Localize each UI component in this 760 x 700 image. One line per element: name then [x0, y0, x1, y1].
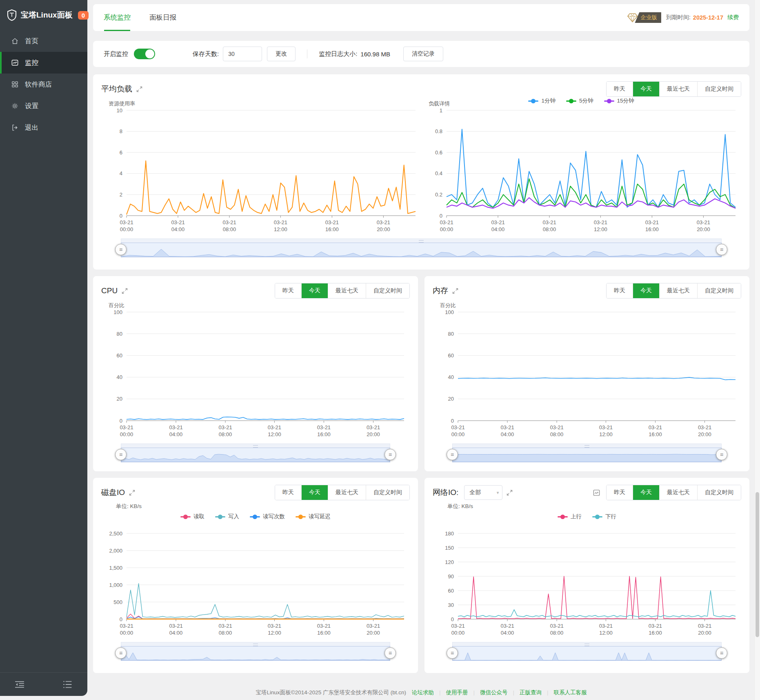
datazoom-right-handle[interactable]: ≡ — [716, 449, 727, 460]
datazoom-right-handle[interactable]: ≡ — [716, 244, 727, 255]
time-range-button[interactable]: 昨天 — [607, 82, 633, 96]
change-button[interactable]: 更改 — [267, 47, 296, 61]
app-logo[interactable]: 宝塔Linux面板 0 — [0, 0, 87, 30]
sidebar-item-store[interactable]: 软件商店 — [0, 74, 87, 95]
sidebar-item-monitor[interactable]: 监控 — [0, 52, 87, 74]
page-scrollbar[interactable] — [754, 0, 760, 700]
expand-icon[interactable] — [129, 490, 135, 496]
svg-text:12:00: 12:00 — [599, 431, 613, 437]
legend-item[interactable]: 1分钟 — [528, 97, 556, 105]
legend-item[interactable]: 读取 — [180, 513, 204, 520]
clear-records-button[interactable]: 清空记录 — [403, 47, 443, 61]
time-range-button[interactable]: 昨天 — [607, 485, 633, 500]
time-range-button[interactable]: 自定义时间 — [366, 485, 409, 500]
expand-icon[interactable] — [136, 86, 142, 92]
footer-link[interactable]: 使用手册 — [446, 689, 468, 696]
legend-item[interactable]: 15分钟 — [604, 97, 634, 105]
footer-link[interactable]: 论坛求助 — [412, 689, 434, 696]
resource-usage-chart[interactable]: 资源使用率024681003-2100:0003-2104:0003-2108:… — [101, 99, 421, 234]
cpu-chart[interactable]: 百分比02040608010003-2100:0003-2104:0003-21… — [101, 301, 410, 439]
datazoom-grip[interactable] — [452, 444, 722, 448]
datazoom-track[interactable] — [121, 243, 722, 257]
expand-icon[interactable] — [452, 288, 458, 294]
collapse-sidebar-icon[interactable] — [15, 681, 24, 688]
tab-system-monitor[interactable]: 系统监控 — [104, 4, 131, 31]
page-tabs: 系统监控 面板日报 — [104, 4, 176, 31]
time-range-button[interactable]: 最近七天 — [328, 283, 366, 298]
renew-link[interactable]: 续费 — [727, 14, 739, 21]
time-range-button[interactable]: 最近七天 — [328, 485, 366, 500]
scrollbar-thumb[interactable] — [756, 492, 759, 637]
time-range-button[interactable]: 昨天 — [275, 283, 301, 298]
disk-io-chart[interactable]: 05001,0001,5002,0002,50003-2100:0003-210… — [101, 522, 410, 638]
load-detail-chart[interactable]: 负载详情00.20.40.60.8103-2100:0003-2104:0003… — [421, 99, 741, 234]
datazoom-grip[interactable] — [121, 642, 390, 646]
time-range-button[interactable]: 今天 — [301, 283, 328, 298]
sidebar-item-settings[interactable]: 设置 — [0, 95, 87, 117]
datazoom-track[interactable] — [452, 646, 722, 661]
legend-item[interactable]: 读写延迟 — [296, 513, 331, 520]
datazoom-left-handle[interactable]: ≡ — [115, 244, 127, 255]
sidebar-item-logout[interactable]: 退出 — [0, 117, 87, 138]
datazoom-track[interactable] — [121, 646, 390, 661]
datazoom-slider[interactable]: ≡≡ — [121, 239, 722, 257]
datazoom-slider[interactable]: ≡≡ — [121, 642, 390, 661]
time-range-button[interactable]: 今天 — [633, 82, 659, 96]
datazoom-slider[interactable]: ≡≡ — [121, 444, 390, 462]
datazoom-left-handle[interactable]: ≡ — [447, 647, 458, 659]
network-interface-select[interactable]: 全部 ▾ — [464, 485, 502, 500]
network-io-chart[interactable]: 030609012015018003-2100:0003-2104:0003-2… — [433, 522, 741, 638]
datazoom-grip[interactable] — [452, 642, 722, 646]
time-range-button[interactable]: 自定义时间 — [697, 82, 741, 96]
time-range-button[interactable]: 昨天 — [275, 485, 301, 500]
datazoom-right-handle[interactable]: ≡ — [384, 449, 396, 460]
datazoom-slider[interactable]: ≡≡ — [452, 444, 722, 462]
save-days-input[interactable] — [223, 47, 262, 61]
time-range-button[interactable]: 自定义时间 — [697, 485, 741, 500]
datazoom-track[interactable] — [452, 448, 722, 462]
footer-link[interactable]: 联系人工客服 — [554, 689, 587, 696]
legend-item[interactable]: 写入 — [215, 513, 239, 520]
legend-item[interactable]: 5分钟 — [566, 97, 593, 105]
datazoom-left-handle[interactable]: ≡ — [115, 647, 127, 659]
tab-panel-daily[interactable]: 面板日报 — [149, 4, 176, 31]
datazoom-right-handle[interactable]: ≡ — [716, 647, 727, 659]
legend-item[interactable]: 上行 — [558, 513, 582, 520]
datazoom-grip[interactable] — [121, 239, 722, 243]
datazoom-left-handle[interactable]: ≡ — [115, 449, 127, 460]
datazoom-right-handle[interactable]: ≡ — [384, 647, 396, 659]
message-count-badge[interactable]: 0 — [78, 11, 89, 20]
sidebar-item-home[interactable]: 首页 — [0, 30, 87, 52]
svg-text:1,000: 1,000 — [109, 582, 122, 588]
time-range-button[interactable]: 最近七天 — [659, 485, 697, 500]
time-range-button[interactable]: 今天 — [301, 485, 328, 500]
svg-text:16:00: 16:00 — [649, 431, 662, 437]
svg-text:80: 80 — [448, 331, 454, 337]
svg-text:20: 20 — [448, 396, 454, 402]
monitor-toggle[interactable] — [134, 49, 155, 59]
footer-link[interactable]: 正版查询 — [520, 689, 542, 696]
datazoom-slider[interactable]: ≡≡ — [452, 642, 722, 661]
time-range-button[interactable]: 最近七天 — [659, 82, 697, 96]
time-range-button[interactable]: 自定义时间 — [366, 283, 409, 298]
expand-icon[interactable] — [507, 490, 513, 496]
memory-card-title: 内存 — [433, 285, 448, 296]
legend-item[interactable]: 读写次数 — [250, 513, 285, 520]
sidebar: 宝塔Linux面板 0 首页监控软件商店设置退出 — [0, 0, 87, 696]
datazoom-grip[interactable] — [121, 444, 390, 448]
time-range-button[interactable]: 自定义时间 — [697, 283, 741, 298]
time-range-button[interactable]: 今天 — [633, 485, 659, 500]
menu-list-icon[interactable] — [63, 681, 73, 688]
svg-text:百分比: 百分比 — [440, 302, 456, 308]
memory-chart[interactable]: 百分比02040608010003-2100:0003-2104:0003-21… — [433, 301, 741, 439]
footer-link[interactable]: 微信公众号 — [480, 689, 508, 696]
time-range-button[interactable]: 今天 — [633, 283, 659, 298]
chart-view-icon[interactable] — [593, 489, 600, 497]
datazoom-left-handle[interactable]: ≡ — [447, 449, 458, 460]
expand-icon[interactable] — [122, 288, 128, 294]
time-range-button[interactable]: 最近七天 — [659, 283, 697, 298]
datazoom-track[interactable] — [121, 448, 390, 462]
time-range-button[interactable]: 昨天 — [607, 283, 633, 298]
legend-item[interactable]: 下行 — [592, 513, 616, 520]
sidebar-item-label: 软件商店 — [25, 80, 52, 89]
